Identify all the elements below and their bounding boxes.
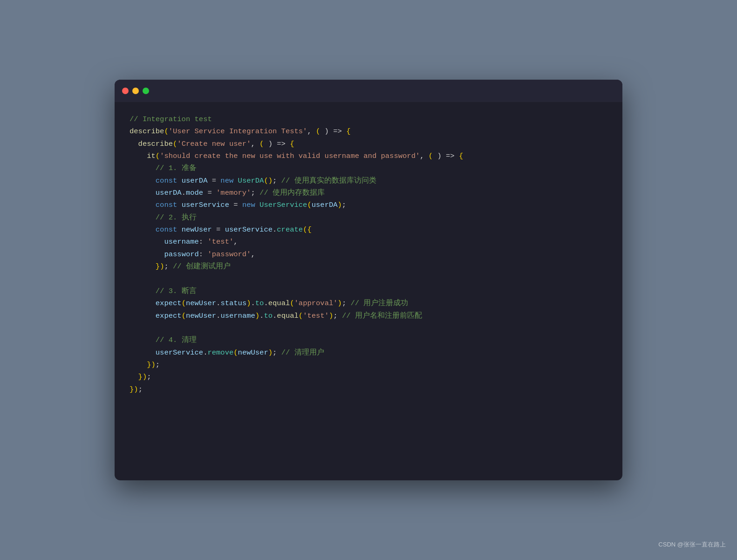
- code-line-13: }); // 创建测试用户: [130, 260, 607, 273]
- code-line-blank2: [130, 322, 607, 334]
- watermark: CSDN @张张一直在路上: [658, 540, 726, 549]
- close-button[interactable]: [122, 88, 129, 94]
- code-line-10: const newUser = userService.create({: [130, 224, 607, 236]
- code-line-4: it('should create the new use with valid…: [130, 150, 607, 162]
- code-line-3: describe('Create new user', ( ) => {: [130, 138, 607, 150]
- code-line-16: expect(newUser.username).to.equal('test'…: [130, 310, 607, 322]
- code-line-blank1: [130, 273, 607, 285]
- code-editor: // Integration test describe('User Servi…: [115, 102, 622, 480]
- code-line-20: });: [130, 371, 607, 383]
- code-line-14: // 3. 断言: [130, 285, 607, 297]
- code-line-1: // Integration test: [130, 113, 607, 125]
- code-window: // Integration test describe('User Servi…: [115, 80, 622, 480]
- code-line-9: // 2. 执行: [130, 212, 607, 224]
- code-line-18: userService.remove(newUser); // 清理用户: [130, 347, 607, 359]
- comment-integration: // Integration test: [130, 113, 212, 125]
- code-line-5: // 1. 准备: [130, 162, 607, 174]
- code-line-15: expect(newUser.status).to.equal('approva…: [130, 297, 607, 309]
- code-line-21: });: [130, 383, 607, 396]
- minimize-button[interactable]: [132, 88, 139, 94]
- code-line-19: });: [130, 359, 607, 371]
- maximize-button[interactable]: [143, 88, 149, 94]
- code-line-7: userDA.mode = 'memory'; // 使用内存数据库: [130, 187, 607, 199]
- titlebar: [115, 80, 622, 102]
- code-line-11: username: 'test',: [130, 236, 607, 248]
- code-line-8: const userService = new UserService(user…: [130, 199, 607, 211]
- code-line-17: // 4. 清理: [130, 334, 607, 346]
- code-line-2: describe('User Service Integration Tests…: [130, 125, 607, 137]
- code-line-6: const userDA = new UserDA(); // 使用真实的数据库…: [130, 175, 607, 187]
- code-line-12: password: 'password',: [130, 248, 607, 260]
